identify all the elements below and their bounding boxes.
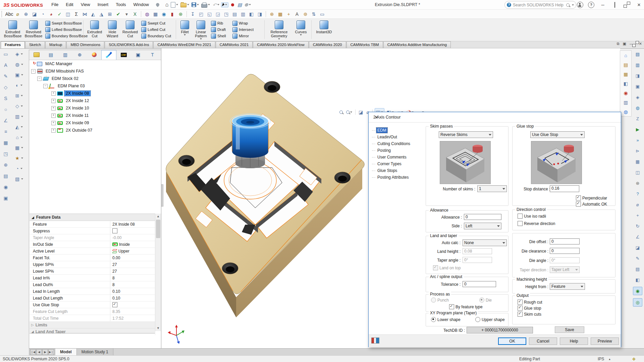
compare-documents-icon[interactable]: ⊞ bbox=[106, 10, 114, 18]
record-macro-button[interactable] bbox=[229, 1, 236, 9]
task-list-button[interactable]: ▤ bbox=[237, 1, 243, 9]
side-dropdown[interactable]: Left bbox=[464, 223, 501, 229]
tree-item-feature[interactable]: + 2X Inside 08 bbox=[29, 90, 161, 97]
view-cube-icon[interactable]: ▤ bbox=[230, 10, 239, 18]
die-offset-input[interactable]: 0 bbox=[550, 238, 580, 244]
use-iso-radii-checkbox[interactable]: Use iso radii bbox=[518, 214, 546, 219]
perpendicular-checkbox[interactable]: Perpendicular bbox=[576, 195, 607, 200]
mirror-button[interactable]: Mirror bbox=[231, 33, 260, 39]
instant3d-button[interactable]: Instant3D bbox=[313, 19, 335, 40]
property-row[interactable]: Active Level Upper bbox=[30, 248, 155, 255]
limits-section[interactable]: ▷Limits bbox=[30, 322, 155, 328]
export-flat-pattern-icon[interactable]: ↧ bbox=[189, 10, 197, 18]
step-through-icon[interactable]: ⊳ bbox=[633, 147, 642, 155]
section-properties-icon[interactable]: ◪ bbox=[30, 10, 39, 18]
check-document-icon[interactable]: ✔ bbox=[114, 10, 122, 18]
edm-taper-icon[interactable]: ◐ bbox=[16, 82, 22, 89]
propertymanager-icon[interactable]: ▤ bbox=[44, 50, 58, 59]
tree-item-feature[interactable]: + 2X Inside 11 bbox=[29, 112, 161, 119]
view-cube-icon[interactable]: ◱ bbox=[205, 10, 214, 18]
point-icon[interactable]: ◉ bbox=[4, 183, 8, 191]
property-row[interactable]: Suppress bbox=[30, 228, 155, 234]
edm-grid-icon[interactable]: ▦ bbox=[15, 144, 23, 151]
costing-icon[interactable]: ▮ bbox=[168, 10, 176, 18]
hole-wizard-button[interactable]: Hole Wizard bbox=[105, 19, 120, 40]
first-tab-button[interactable]: ❘◀ bbox=[30, 349, 36, 355]
swept-boss-button[interactable]: Swept Boss/Base bbox=[44, 20, 89, 26]
wrap-button[interactable]: Wrap bbox=[231, 20, 260, 26]
geometry-check-icon[interactable]: ✓ bbox=[55, 10, 64, 18]
dialog-close-icon[interactable]: ✕ bbox=[373, 115, 379, 120]
tree-item-mac-manager[interactable]: MAC Manager bbox=[29, 60, 161, 67]
property-row[interactable]: Feature Cut Length 8.35 bbox=[30, 308, 155, 315]
scroll-up-icon[interactable]: ▲ bbox=[155, 214, 161, 219]
forum-icon[interactable]: ◍ bbox=[622, 108, 630, 116]
command-tab[interactable]: CAMWorks Additive Manufacturing bbox=[383, 41, 451, 48]
layers-icon[interactable]: ▤ bbox=[3, 172, 8, 180]
expander-icon[interactable]: + bbox=[51, 114, 56, 118]
dimension-icon[interactable]: ◇ bbox=[4, 84, 8, 91]
scroll-thumb[interactable] bbox=[156, 220, 160, 238]
expander-icon[interactable]: + bbox=[51, 91, 56, 96]
symmetry-check-icon[interactable]: ⋈ bbox=[80, 10, 89, 18]
new-document-button[interactable] bbox=[170, 1, 179, 9]
save-button[interactable]: Save bbox=[555, 326, 584, 333]
search-box[interactable]: ? Search SOLIDWORKS Help bbox=[504, 1, 576, 9]
cancel-button[interactable]: Cancel bbox=[529, 337, 557, 345]
property-row[interactable]: Upper SP% 27 bbox=[30, 261, 155, 268]
save-button[interactable] bbox=[191, 1, 200, 9]
next-tab-button[interactable]: ▶ bbox=[42, 349, 48, 355]
property-row[interactable]: Use Glue Stop bbox=[30, 302, 155, 308]
boundary-boss-button[interactable]: Boundary Boss/Base bbox=[44, 33, 89, 39]
export-excel-icon[interactable]: X bbox=[131, 10, 139, 18]
feature-data-header[interactable]: ◢ Feature Data bbox=[30, 214, 155, 221]
setup-sheet-icon[interactable]: ◫ bbox=[633, 169, 642, 176]
expander-icon[interactable]: − bbox=[43, 84, 48, 88]
dialog-nav-item[interactable]: User Comments bbox=[372, 154, 423, 161]
intersect-button[interactable]: Intersect bbox=[231, 27, 260, 33]
camworks-icon[interactable]: CW bbox=[116, 50, 131, 59]
doc-minimize-icon[interactable]: ─ bbox=[630, 42, 632, 46]
lower-shape-radio[interactable]: Lower shape bbox=[431, 317, 461, 322]
property-row[interactable]: Lead Out Length 0.10 bbox=[30, 295, 155, 302]
target-icon[interactable]: ⊕ bbox=[4, 161, 8, 169]
wire-select-icon[interactable]: ◉ bbox=[633, 287, 642, 295]
expander-icon[interactable]: + bbox=[51, 121, 56, 125]
measure-icon[interactable]: ⌀ bbox=[13, 10, 22, 18]
options-gear-icon[interactable]: ⊛ bbox=[633, 179, 642, 187]
home-icon[interactable]: ⌂ bbox=[622, 51, 630, 59]
wire-edit-icon[interactable]: ◎ bbox=[633, 298, 642, 307]
dialog-title-bar[interactable]: 2 Axis Contour ✕ bbox=[369, 112, 621, 123]
open-button[interactable] bbox=[180, 1, 190, 9]
property-row[interactable]: Facet Tol. 0.00 bbox=[30, 255, 155, 261]
file-explorer-icon[interactable]: ▦ bbox=[622, 70, 630, 78]
circle-icon[interactable]: ○ bbox=[4, 106, 7, 113]
revolved-cut-button[interactable]: Revolved Cut bbox=[121, 19, 140, 40]
close-button[interactable]: ✕ bbox=[635, 2, 643, 7]
zoom-area-icon[interactable] bbox=[345, 108, 353, 116]
camworks-tool-icon[interactable]: T bbox=[145, 50, 160, 59]
equations-icon[interactable]: Σ bbox=[72, 10, 80, 18]
lofted-boss-button[interactable]: Lofted Boss/Base bbox=[44, 27, 89, 33]
generate-toolpath-icon[interactable]: ▶ bbox=[633, 126, 642, 133]
command-tab[interactable]: CAMWorks 2020 bbox=[309, 41, 346, 48]
cam-operation-tree-icon[interactable]: ▥ bbox=[633, 61, 642, 69]
view-cube-icon[interactable]: ◨ bbox=[256, 10, 264, 18]
lofted-cut-button[interactable]: Lofted Cut bbox=[140, 27, 172, 33]
rotate-view-icon[interactable]: ↻ bbox=[633, 222, 642, 230]
command-tab[interactable]: SOLIDWORKS Add-Ins bbox=[105, 41, 153, 48]
extrusion-die-part[interactable] bbox=[161, 67, 379, 322]
print-button[interactable] bbox=[201, 1, 211, 9]
home-button[interactable]: ⌂ bbox=[165, 1, 169, 9]
cam-help-icon[interactable]: ? bbox=[633, 190, 642, 198]
cam-feature-tree-icon[interactable]: ▤ bbox=[633, 50, 642, 58]
draft-button[interactable]: Draft bbox=[210, 27, 231, 33]
scroll-down-icon[interactable]: ▼ bbox=[155, 325, 161, 331]
menu-window[interactable]: Window bbox=[130, 0, 153, 9]
command-tab[interactable]: Sketch bbox=[25, 41, 45, 48]
annotation-mask-icon[interactable]: A bbox=[293, 10, 301, 18]
dialog-nav-item[interactable]: Leadin/Out bbox=[372, 134, 423, 140]
search-input[interactable]: Search SOLIDWORKS Help bbox=[513, 3, 565, 7]
reference-geometry-button[interactable]: Reference Geometry bbox=[266, 19, 292, 40]
tree-item-feature[interactable]: + 2X Inside 12 bbox=[29, 97, 161, 104]
